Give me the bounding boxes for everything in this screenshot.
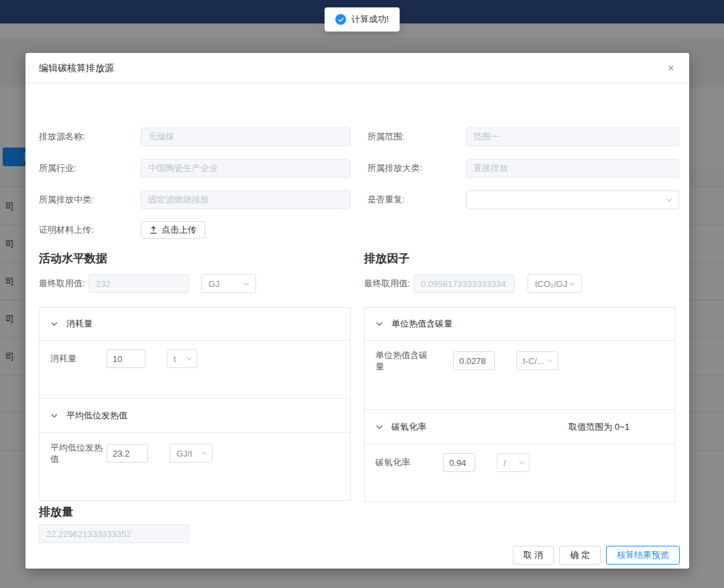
collapse-chevron-icon [50, 320, 58, 328]
heating-value-unit-select[interactable]: GJ/t [170, 444, 213, 463]
oxidation-rate-panel-body: 碳氧化率 / [365, 445, 675, 502]
activity-unit-value: GJ [208, 279, 220, 289]
heating-value-unit-value: GJ/t [176, 449, 192, 459]
activity-panel-stack: 消耗量 消耗量 t [39, 307, 351, 501]
oxidation-rate-unit-value: / [503, 458, 506, 468]
chevron-down-icon [186, 355, 192, 362]
duplicate-select[interactable] [466, 190, 679, 209]
factor-unit-select[interactable]: tCO₂/GJ [528, 274, 582, 293]
chevron-down-icon [568, 280, 576, 288]
consumption-panel-title: 消耗量 [66, 318, 93, 330]
confirm-button[interactable]: 确 定 [559, 546, 601, 565]
heating-value-panel-title: 平均低位发热值 [66, 410, 127, 422]
activity-final-input [88, 274, 189, 293]
upload-button[interactable]: 点击上传 [141, 221, 205, 239]
oxidation-range-hint: 取值范围为 0~1 [568, 421, 629, 433]
scope-label: 所属范围: [367, 127, 405, 146]
activity-final-label: 最终取用值: [39, 274, 85, 293]
edit-emission-source-dialog: 编辑碳核算排放源 × 排放源名称: 所属范围: 所属行业: 所属排放大类: 所属… [25, 53, 689, 569]
oxidation-rate-row-label: 碳氧化率 [375, 453, 432, 472]
source-name-label: 排放源名称: [39, 127, 85, 146]
industry-label: 所属行业: [39, 159, 76, 178]
carbon-content-panel: 单位热值含碳量 单位热值含碳量 t-C/... [364, 307, 676, 410]
source-name-input [141, 127, 351, 146]
upload-icon [149, 226, 158, 234]
carbon-content-unit-value: t-C/... [523, 356, 544, 366]
consumption-panel-header[interactable]: 消耗量 [40, 308, 350, 341]
consumption-panel-body: 消耗量 t [40, 341, 350, 398]
consumption-panel: 消耗量 消耗量 t [39, 307, 351, 399]
carbon-content-panel-title: 单位热值含碳量 [391, 318, 452, 330]
factor-final-label: 最终取用值: [364, 274, 410, 293]
mid-category-input [141, 190, 351, 209]
major-category-label: 所属排放大类: [367, 159, 422, 178]
carbon-content-panel-body: 单位热值含碳量 t-C/... [365, 341, 675, 409]
carbon-content-unit-select[interactable]: t-C/... [516, 351, 558, 370]
activity-data-heading: 活动水平数据 [39, 251, 107, 266]
chevron-down-icon [201, 450, 208, 457]
industry-input [141, 159, 351, 178]
page: 新增 司 司 司 司 司 计算成功! 编辑碳核算排放源 × 排放源名称: 所属范… [0, 0, 724, 588]
heating-value-input[interactable] [107, 444, 148, 463]
activity-unit-select[interactable]: GJ [201, 274, 256, 293]
success-toast: 计算成功! [324, 7, 400, 32]
dialog-title: 编辑碳核算排放源 [39, 53, 114, 83]
scope-input [466, 127, 679, 146]
oxidation-rate-unit-select[interactable]: / [497, 453, 530, 472]
major-category-input [466, 159, 679, 178]
consumption-unit-select[interactable]: t [167, 349, 197, 368]
heating-value-panel-header[interactable]: 平均低位发热值 [40, 399, 350, 433]
chevron-down-icon [666, 196, 673, 204]
emission-amount-heading: 排放量 [39, 504, 73, 520]
result-preview-button[interactable]: 核算结果预览 [606, 546, 680, 565]
chevron-down-icon [518, 459, 525, 466]
upload-label: 证明材料上传: [39, 221, 94, 239]
oxidation-rate-panel-header[interactable]: 碳氧化率 取值范围为 0~1 [365, 410, 675, 445]
upload-button-label: 点击上传 [162, 224, 196, 236]
heating-value-row-label: 平均低位发热值 [50, 442, 107, 465]
oxidation-rate-input[interactable] [443, 453, 475, 472]
collapse-chevron-icon [50, 412, 58, 420]
factor-unit-value: tCO₂/GJ [535, 279, 567, 289]
success-check-icon [335, 14, 346, 25]
chevron-down-icon [547, 357, 554, 364]
collapse-chevron-icon [375, 320, 383, 328]
carbon-content-input[interactable] [453, 351, 495, 370]
mid-category-label: 所属排放中类: [39, 190, 94, 209]
dialog-body: 排放源名称: 所属范围: 所属行业: 所属排放大类: 所属排放中类: 是否重复:… [25, 83, 689, 569]
close-icon[interactable]: × [664, 53, 678, 83]
chevron-down-icon [243, 280, 250, 288]
carbon-content-panel-header[interactable]: 单位热值含碳量 [365, 308, 675, 341]
carbon-content-row-label: 单位热值含碳量 [375, 349, 432, 372]
factor-panel-stack: 单位热值含碳量 单位热值含碳量 t-C/... [364, 307, 676, 502]
dialog-header: 编辑碳核算排放源 × [25, 53, 689, 83]
toast-text: 计算成功! [351, 13, 389, 25]
heating-value-panel: 平均低位发热值 平均低位发热值 GJ/t [39, 398, 351, 501]
cancel-button[interactable]: 取 消 [513, 546, 554, 565]
collapse-chevron-icon [375, 423, 383, 431]
oxidation-rate-panel: 碳氧化率 取值范围为 0~1 碳氧化率 / [364, 409, 676, 502]
heating-value-panel-body: 平均低位发热值 GJ/t [40, 433, 350, 500]
consumption-row-label: 消耗量 [50, 349, 107, 368]
dialog-footer: 取 消 确 定 核算结果预览 [513, 546, 680, 565]
oxidation-rate-panel-title: 碳氧化率 [391, 421, 426, 433]
factor-final-input [414, 274, 515, 293]
emission-factor-heading: 排放因子 [364, 251, 410, 266]
consumption-unit-value: t [174, 354, 176, 364]
consumption-input[interactable] [107, 349, 145, 368]
duplicate-label: 是否重复: [367, 190, 405, 209]
emission-amount-input [39, 524, 189, 543]
